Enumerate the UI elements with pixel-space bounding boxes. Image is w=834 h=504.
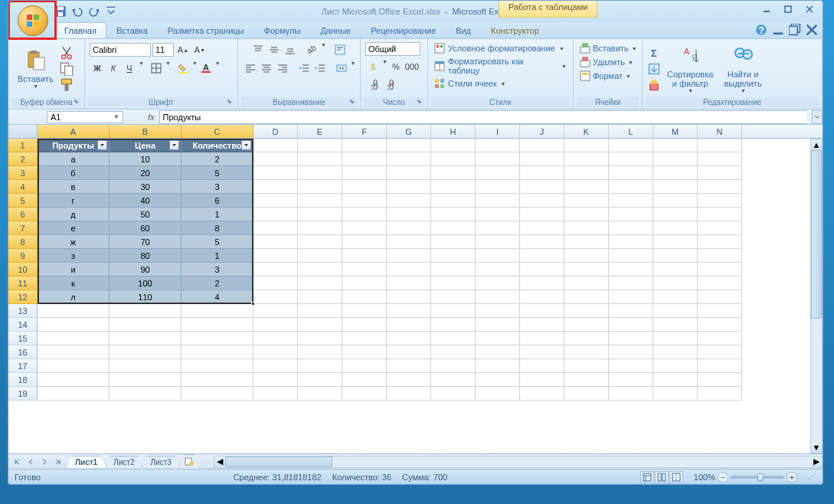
cell[interactable]: 3 [182, 180, 253, 194]
sheet-tab-3[interactable]: Лист3 [142, 456, 179, 468]
cell[interactable] [298, 249, 342, 263]
cell[interactable] [110, 359, 182, 373]
cell[interactable] [653, 263, 698, 277]
cell[interactable] [476, 290, 520, 304]
cell[interactable] [298, 263, 342, 277]
cell[interactable] [298, 208, 342, 221]
cell[interactable]: а [38, 152, 110, 166]
row-header[interactable]: 9 [8, 249, 38, 263]
cell[interactable] [431, 249, 476, 263]
font-launcher-icon[interactable]: ⬊ [227, 98, 236, 107]
cell[interactable] [520, 208, 564, 221]
cell[interactable] [342, 221, 387, 235]
cell[interactable] [342, 290, 387, 304]
cell[interactable] [298, 345, 342, 359]
cell[interactable] [431, 263, 476, 277]
cell[interactable] [609, 345, 653, 359]
first-sheet-icon[interactable] [10, 456, 24, 468]
cell[interactable]: 1 [182, 208, 253, 221]
normal-view-icon[interactable] [640, 471, 654, 483]
cell[interactable] [698, 304, 742, 318]
cell[interactable] [431, 290, 476, 304]
vscroll-thumb[interactable] [811, 150, 822, 319]
cell[interactable] [387, 373, 431, 387]
row-header[interactable]: 14 [8, 318, 38, 332]
cell[interactable] [698, 290, 742, 304]
column-header[interactable]: H [431, 125, 476, 138]
cell[interactable] [609, 318, 653, 332]
cell[interactable] [564, 180, 609, 194]
cell[interactable] [609, 304, 653, 318]
cell[interactable]: 40 [110, 194, 182, 208]
cell[interactable] [698, 387, 742, 401]
font-name-select[interactable] [90, 43, 151, 57]
cell[interactable] [387, 166, 431, 180]
cell[interactable] [38, 359, 110, 373]
last-sheet-icon[interactable] [51, 456, 65, 468]
cell[interactable] [653, 332, 698, 345]
cell[interactable] [387, 249, 431, 263]
cell[interactable] [476, 373, 520, 387]
cell[interactable] [387, 235, 431, 249]
bold-button[interactable]: Ж [90, 61, 105, 76]
cell[interactable] [520, 359, 564, 373]
conditional-formatting-button[interactable]: Условное форматирование▼ [433, 42, 566, 54]
column-header[interactable]: E [298, 125, 342, 138]
comma-icon[interactable]: 000 [404, 59, 420, 74]
row-header[interactable]: 13 [8, 304, 38, 318]
cell[interactable] [698, 180, 742, 194]
cell[interactable] [609, 263, 653, 277]
cell[interactable] [431, 139, 476, 152]
format-as-table-button[interactable]: Форматировать как таблицу▼ [433, 56, 568, 76]
cell[interactable] [476, 359, 520, 373]
find-select-button[interactable]: Найти и выделить▼ [719, 42, 766, 96]
cut-icon[interactable] [60, 46, 74, 60]
cell[interactable] [387, 152, 431, 166]
cell[interactable] [653, 208, 698, 221]
cell[interactable]: б [38, 166, 110, 180]
zoom-out-button[interactable]: − [718, 472, 728, 483]
cell[interactable] [564, 345, 609, 359]
cell[interactable] [476, 235, 520, 249]
autosum-icon[interactable]: Σ [647, 46, 661, 60]
cell[interactable] [564, 387, 609, 401]
cell[interactable] [653, 277, 698, 290]
cell[interactable] [387, 277, 431, 290]
cell[interactable] [110, 332, 182, 345]
cell[interactable] [609, 277, 653, 290]
cell[interactable] [253, 332, 298, 345]
cell[interactable]: г [38, 194, 110, 208]
cell[interactable] [253, 249, 298, 263]
cell[interactable] [564, 208, 609, 221]
cell[interactable] [387, 263, 431, 277]
cell[interactable] [253, 221, 298, 235]
column-header[interactable]: K [564, 125, 609, 138]
cell[interactable] [342, 139, 387, 152]
column-header[interactable]: G [387, 125, 431, 138]
cell[interactable] [253, 373, 298, 387]
scroll-up-icon[interactable]: ▲ [811, 139, 822, 150]
cell[interactable] [653, 194, 698, 208]
name-box[interactable]: A1▼ [47, 111, 123, 123]
cell[interactable]: Продукты [38, 139, 110, 152]
cell[interactable] [520, 263, 564, 277]
expand-formula-bar-icon[interactable] [812, 110, 823, 124]
cell[interactable] [182, 304, 253, 318]
row-header[interactable]: 17 [8, 359, 38, 373]
vertical-scrollbar[interactable]: ▲ ▼ [810, 139, 823, 453]
cell[interactable] [298, 290, 342, 304]
cell[interactable] [431, 345, 476, 359]
cell[interactable] [38, 387, 110, 401]
cell[interactable] [564, 318, 609, 332]
cell[interactable] [182, 387, 253, 401]
maximize-button[interactable] [778, 2, 798, 16]
merge-cells-icon[interactable] [334, 61, 349, 76]
cell[interactable]: 6 [182, 194, 253, 208]
qat-dropdown-icon[interactable] [105, 5, 117, 18]
cell[interactable] [564, 359, 609, 373]
cell[interactable] [298, 152, 342, 166]
tab-insert[interactable]: Вставка [106, 22, 158, 38]
align-top-icon[interactable] [250, 42, 266, 57]
cell[interactable] [387, 359, 431, 373]
delete-cells-button[interactable]: Удалить▼ [578, 56, 635, 68]
